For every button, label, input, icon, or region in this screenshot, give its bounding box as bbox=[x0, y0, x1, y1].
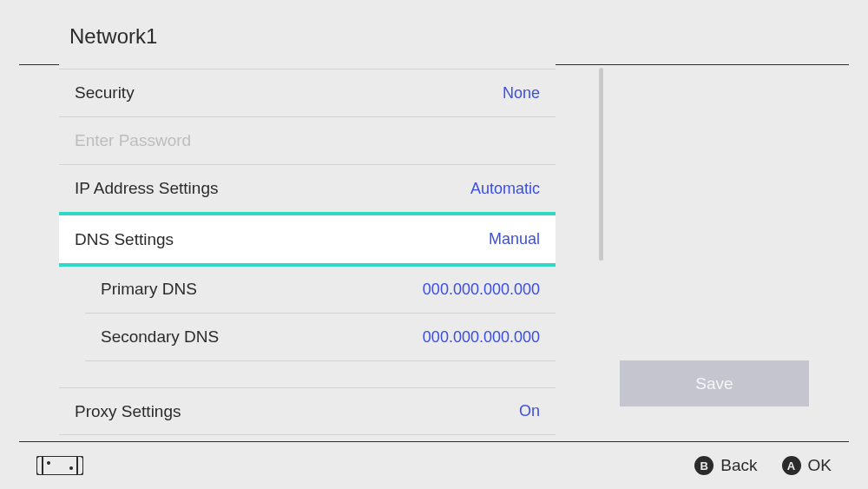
setting-primary-dns[interactable]: Primary DNS 000.000.000.000 bbox=[85, 266, 556, 314]
setting-label: Proxy Settings bbox=[75, 402, 181, 421]
a-button-icon: A bbox=[782, 456, 801, 475]
settings-list: SSID MySSID Security None Enter Password… bbox=[59, 56, 556, 437]
setting-value: 000.000.000.000 bbox=[423, 328, 540, 347]
setting-password[interactable]: Enter Password bbox=[59, 117, 556, 165]
svg-point-4 bbox=[69, 466, 73, 470]
svg-rect-0 bbox=[36, 456, 83, 475]
setting-value: None bbox=[503, 84, 540, 102]
setting-ssid[interactable]: SSID MySSID bbox=[59, 56, 556, 69]
b-button-icon: B bbox=[694, 456, 713, 475]
setting-value: Automatic bbox=[470, 180, 540, 198]
right-pane: Save bbox=[620, 360, 809, 406]
setting-label: Security bbox=[75, 83, 135, 102]
svg-point-3 bbox=[47, 461, 50, 465]
setting-label: DNS Settings bbox=[75, 230, 174, 249]
setting-value: Manual bbox=[489, 230, 540, 248]
setting-secondary-dns[interactable]: Secondary DNS 000.000.000.000 bbox=[85, 314, 556, 361]
ok-action[interactable]: A OK bbox=[782, 456, 832, 475]
ok-label: OK bbox=[808, 456, 832, 475]
footer: B Back A OK bbox=[19, 441, 849, 489]
setting-proxy[interactable]: Proxy Settings On bbox=[59, 387, 556, 435]
footer-actions: B Back A OK bbox=[694, 456, 832, 475]
svg-rect-2 bbox=[76, 456, 78, 475]
setting-label: Secondary DNS bbox=[101, 327, 219, 347]
svg-rect-1 bbox=[42, 456, 43, 475]
setting-label: Primary DNS bbox=[101, 280, 197, 299]
setting-value: 000.000.000.000 bbox=[423, 281, 540, 299]
setting-dns[interactable]: DNS Settings Manual bbox=[59, 212, 556, 267]
back-label: Back bbox=[720, 456, 757, 475]
setting-ip-address[interactable]: IP Address Settings Automatic bbox=[59, 165, 556, 213]
controller-icon bbox=[36, 456, 83, 475]
scrollbar[interactable] bbox=[599, 68, 603, 261]
setting-label: IP Address Settings bbox=[75, 179, 218, 198]
header: Network1 bbox=[19, 0, 849, 65]
page-title: Network1 bbox=[69, 24, 849, 49]
setting-value: On bbox=[519, 402, 540, 420]
back-action[interactable]: B Back bbox=[694, 456, 757, 475]
save-button[interactable]: Save bbox=[620, 360, 809, 406]
setting-security[interactable]: Security None bbox=[59, 69, 556, 117]
setting-label: Enter Password bbox=[75, 131, 191, 150]
